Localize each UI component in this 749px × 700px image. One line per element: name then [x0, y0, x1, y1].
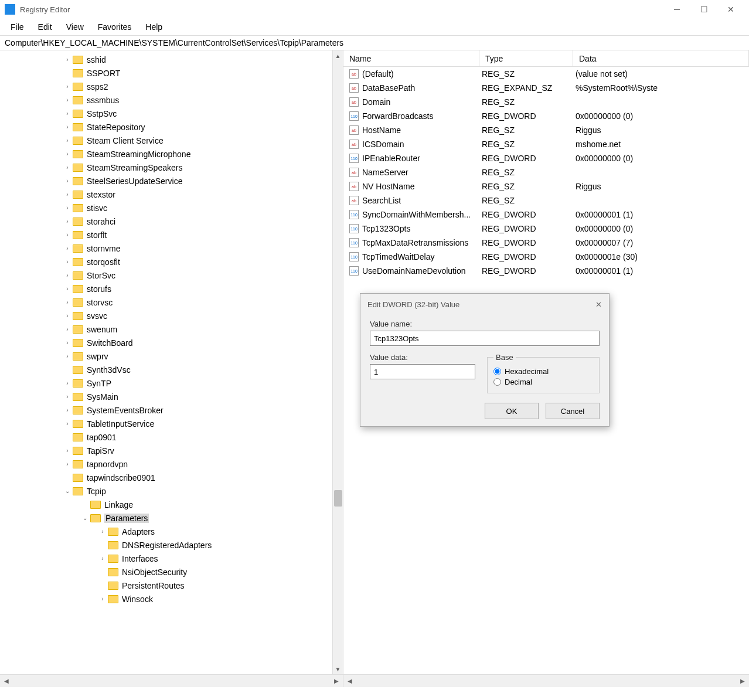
tree-item[interactable]: SSPORT [0, 66, 343, 80]
tree-item[interactable]: PersistentRoutes [0, 579, 343, 592]
chevron-right-icon[interactable]: › [63, 231, 72, 239]
tree-item[interactable]: ›Steam Client Service [0, 134, 343, 147]
chevron-right-icon[interactable]: › [63, 123, 72, 131]
tree-item[interactable]: ›SteamStreamingSpeakers [0, 161, 343, 174]
tree-horizontal-scrollbar[interactable]: ◀ ▶ [0, 674, 343, 687]
value-row[interactable]: 110TcpMaxDataRetransmissionsREG_DWORD0x0… [343, 236, 749, 250]
tree-item[interactable]: ›TapiSrv [0, 444, 343, 457]
tree-item[interactable]: ›StateRepository [0, 120, 343, 134]
tree-item[interactable]: ›storufs [0, 282, 343, 295]
chevron-right-icon[interactable]: › [98, 555, 107, 563]
value-row[interactable]: abHostNameREG_SZRiggus [343, 123, 749, 137]
tree-item[interactable]: ›stisvc [0, 201, 343, 215]
values-horizontal-scrollbar[interactable]: ◀ ▶ [343, 674, 749, 687]
value-row[interactable]: 110TcpTimedWaitDelayREG_DWORD0x0000001e … [343, 250, 749, 264]
decimal-radio-row[interactable]: Decimal [493, 378, 593, 386]
tree-item[interactable]: ›swenum [0, 322, 343, 336]
chevron-right-icon[interactable]: › [63, 325, 72, 334]
menu-favorites[interactable]: Favorites [92, 20, 138, 34]
chevron-right-icon[interactable]: › [63, 137, 72, 145]
chevron-right-icon[interactable]: › [63, 447, 72, 455]
value-row[interactable]: 110Tcp1323OptsREG_DWORD0x00000000 (0) [343, 222, 749, 236]
tree-item[interactable]: ›swprv [0, 349, 343, 363]
hexadecimal-radio[interactable] [493, 368, 501, 375]
column-header-name[interactable]: Name [343, 50, 479, 66]
chevron-right-icon[interactable]: › [63, 271, 72, 280]
chevron-right-icon[interactable]: › [63, 285, 72, 293]
tree-item[interactable]: ›storflt [0, 228, 343, 242]
menu-help[interactable]: Help [139, 20, 168, 34]
value-name-input[interactable] [370, 331, 600, 346]
value-row[interactable]: abNV HostNameREG_SZRiggus [343, 179, 749, 193]
tree-item[interactable]: Linkage [0, 498, 343, 511]
tree-item[interactable]: ›tapnordvpn [0, 457, 343, 471]
chevron-right-icon[interactable]: › [63, 393, 72, 401]
tree-item[interactable]: DNSRegisteredAdapters [0, 538, 343, 552]
chevron-right-icon[interactable]: › [63, 177, 72, 185]
column-header-data[interactable]: Data [573, 50, 749, 66]
chevron-right-icon[interactable]: › [63, 164, 72, 172]
chevron-right-icon[interactable]: › [63, 110, 72, 118]
chevron-right-icon[interactable]: › [98, 528, 107, 536]
tree-item[interactable]: ›svsvc [0, 309, 343, 322]
address-bar[interactable]: Computer\HKEY_LOCAL_MACHINE\SYSTEM\Curre… [0, 35, 749, 50]
column-header-type[interactable]: Type [479, 50, 573, 66]
value-row[interactable]: 110ForwardBroadcastsREG_DWORD0x00000000 … [343, 109, 749, 123]
value-row[interactable]: 110UseDomainNameDevolutionREG_DWORD0x000… [343, 264, 749, 278]
chevron-right-icon[interactable]: › [63, 460, 72, 468]
tree-item[interactable]: ›storvsc [0, 295, 343, 309]
value-row[interactable]: 110SyncDomainWithMembersh...REG_DWORD0x0… [343, 208, 749, 222]
scroll-up-icon[interactable]: ▲ [333, 50, 343, 61]
chevron-right-icon[interactable]: › [63, 56, 72, 64]
tree-item[interactable]: ›sshid [0, 53, 343, 66]
dialog-close-icon[interactable]: ✕ [595, 300, 602, 309]
scroll-down-icon[interactable]: ▼ [333, 664, 343, 674]
tree-item[interactable]: ⌄Tcpip [0, 484, 343, 498]
value-row[interactable]: 110IPEnableRouterREG_DWORD0x00000000 (0) [343, 151, 749, 165]
chevron-right-icon[interactable]: › [63, 352, 72, 361]
tree-item[interactable]: ›TabletInputService [0, 417, 343, 430]
chevron-down-icon[interactable]: ⌄ [63, 487, 72, 495]
menu-file[interactable]: File [5, 20, 30, 34]
chevron-right-icon[interactable]: › [63, 244, 72, 253]
tree-item[interactable]: ›SwitchBoard [0, 336, 343, 349]
tree-item[interactable]: ›StorSvc [0, 269, 343, 282]
chevron-right-icon[interactable]: › [63, 83, 72, 91]
chevron-right-icon[interactable]: › [63, 258, 72, 266]
tree-item[interactable]: ›ssps2 [0, 80, 343, 93]
scroll-thumb[interactable] [334, 490, 342, 507]
decimal-radio[interactable] [493, 378, 501, 386]
tree-item[interactable]: ›SteamStreamingMicrophone [0, 147, 343, 161]
close-button[interactable]: ✕ [717, 0, 744, 19]
tree-item[interactable]: NsiObjectSecurity [0, 565, 343, 579]
tree-item[interactable]: ›stexstor [0, 188, 343, 201]
ok-button[interactable]: OK [485, 403, 539, 419]
tree-item[interactable]: ›stornvme [0, 242, 343, 255]
tree-item[interactable]: ›storqosflt [0, 255, 343, 269]
tree-item[interactable]: ›storahci [0, 215, 343, 228]
chevron-right-icon[interactable]: › [63, 150, 72, 158]
tree-item[interactable]: ›sssmbus [0, 93, 343, 107]
chevron-right-icon[interactable]: › [63, 218, 72, 226]
menu-view[interactable]: View [60, 20, 90, 34]
chevron-right-icon[interactable]: › [63, 204, 72, 212]
tree-vertical-scrollbar[interactable]: ▲ ▼ [332, 50, 343, 674]
chevron-right-icon[interactable]: › [63, 379, 72, 388]
chevron-right-icon[interactable]: › [63, 406, 72, 414]
value-row[interactable]: ab(Default)REG_SZ(value not set) [343, 67, 749, 81]
cancel-button[interactable]: Cancel [546, 403, 600, 419]
value-data-input[interactable] [370, 364, 475, 379]
tree-item[interactable]: tap0901 [0, 430, 343, 444]
tree-item[interactable]: ›SystemEventsBroker [0, 403, 343, 417]
menu-edit[interactable]: Edit [32, 20, 58, 34]
tree-item[interactable]: ›SstpSvc [0, 107, 343, 120]
scroll-right-icon[interactable]: ▶ [331, 676, 342, 687]
tree-item[interactable]: ⌄Parameters [0, 511, 343, 525]
value-row[interactable]: abDomainREG_SZ [343, 95, 749, 109]
tree-item[interactable]: Synth3dVsc [0, 363, 343, 376]
tree-item[interactable]: ›SysMain [0, 390, 343, 403]
tree-item[interactable]: ›SteelSeriesUpdateService [0, 174, 343, 188]
chevron-right-icon[interactable]: › [98, 595, 107, 603]
tree-view[interactable]: ›sshidSSPORT›ssps2›sssmbus›SstpSvc›State… [0, 50, 343, 674]
scroll-left-icon[interactable]: ◀ [345, 676, 355, 687]
